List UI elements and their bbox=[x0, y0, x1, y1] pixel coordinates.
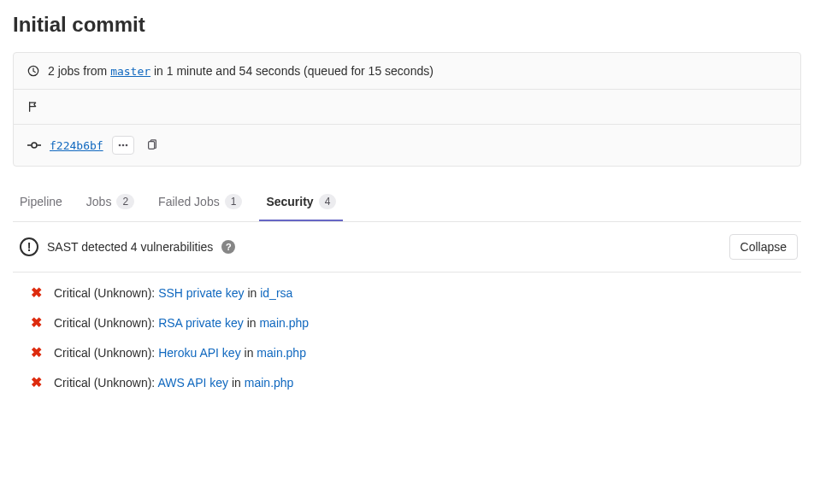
x-icon: ✖ bbox=[30, 314, 42, 331]
copy-icon bbox=[146, 139, 158, 151]
in-text: in bbox=[244, 316, 260, 330]
copy-sha-button[interactable] bbox=[143, 136, 162, 155]
in-text: in bbox=[245, 286, 261, 300]
tab-pipeline[interactable]: Pipeline bbox=[13, 184, 69, 221]
warning-icon: ! bbox=[20, 237, 38, 256]
vulnerability-severity: Critical (Unknown): bbox=[54, 346, 158, 360]
in-text: in bbox=[228, 376, 245, 390]
flag-icon[interactable] bbox=[27, 101, 39, 113]
vulnerability-list: ✖Critical (Unknown): SSH private key in … bbox=[13, 273, 801, 406]
security-report-header: ! SAST detected 4 vulnerabilities ? Coll… bbox=[13, 222, 801, 273]
svg-rect-7 bbox=[148, 142, 154, 149]
vulnerability-severity: Critical (Unknown): bbox=[54, 316, 158, 330]
tab-count-badge: 1 bbox=[225, 194, 243, 209]
tab-count-badge: 4 bbox=[319, 194, 337, 209]
pipeline-flag-row bbox=[14, 90, 800, 125]
clock-icon bbox=[27, 65, 39, 77]
pipeline-commit-row: f224b6bf bbox=[14, 125, 800, 166]
x-icon: ✖ bbox=[30, 374, 42, 390]
tab-label: Jobs bbox=[86, 195, 112, 208]
in-text: in bbox=[241, 346, 257, 360]
svg-point-1 bbox=[32, 143, 37, 148]
jobs-prefix: 2 jobs from bbox=[48, 64, 110, 78]
pipeline-timing-text: 2 jobs from master in 1 minute and 54 se… bbox=[48, 64, 434, 78]
branch-link[interactable]: master bbox=[110, 65, 150, 78]
vulnerability-item: ✖Critical (Unknown): AWS API key in main… bbox=[30, 367, 798, 397]
vulnerability-item: ✖Critical (Unknown): RSA private key in … bbox=[30, 308, 798, 337]
vulnerability-item: ✖Critical (Unknown): SSH private key in … bbox=[30, 278, 798, 308]
tabs-nav: Pipeline Jobs 2 Failed Jobs 1 Security 4 bbox=[13, 184, 801, 222]
commit-icon bbox=[27, 138, 41, 152]
x-icon: ✖ bbox=[30, 284, 42, 301]
vulnerability-name-link[interactable]: RSA private key bbox=[158, 316, 244, 330]
jobs-suffix: in 1 minute and 54 seconds (queued for 1… bbox=[150, 64, 434, 78]
tab-label: Security bbox=[266, 195, 313, 208]
tab-count-badge: 2 bbox=[116, 194, 134, 209]
commit-sha-link[interactable]: f224b6bf bbox=[50, 139, 103, 152]
svg-point-4 bbox=[118, 144, 121, 147]
vulnerability-severity: Critical (Unknown): bbox=[54, 286, 158, 300]
vulnerability-name-link[interactable]: AWS API key bbox=[157, 376, 228, 390]
svg-point-6 bbox=[125, 144, 127, 147]
x-icon: ✖ bbox=[30, 344, 42, 360]
vulnerability-name-link[interactable]: Heroku API key bbox=[158, 346, 241, 360]
tab-jobs[interactable]: Jobs 2 bbox=[80, 184, 141, 221]
vulnerability-severity: Critical (Unknown): bbox=[54, 376, 157, 390]
vulnerability-name-link[interactable]: SSH private key bbox=[158, 286, 244, 300]
page-title: Initial commit bbox=[13, 13, 801, 37]
svg-point-5 bbox=[121, 144, 124, 147]
collapse-button[interactable]: Collapse bbox=[729, 234, 798, 260]
ellipsis-icon bbox=[118, 144, 128, 147]
help-icon[interactable]: ? bbox=[221, 240, 235, 254]
tab-label: Failed Jobs bbox=[158, 195, 220, 208]
vulnerability-file-link[interactable]: id_rsa bbox=[260, 286, 292, 300]
tab-security[interactable]: Security 4 bbox=[259, 184, 343, 221]
pipeline-summary-box: 2 jobs from master in 1 minute and 54 se… bbox=[13, 52, 801, 167]
vulnerability-item: ✖Critical (Unknown): Heroku API key in m… bbox=[30, 337, 798, 367]
more-actions-button[interactable] bbox=[112, 136, 134, 155]
sast-heading: SAST detected 4 vulnerabilities bbox=[47, 240, 213, 254]
tab-label: Pipeline bbox=[20, 195, 62, 208]
vulnerability-text: Critical (Unknown): AWS API key in main.… bbox=[54, 376, 293, 390]
vulnerability-file-link[interactable]: main.php bbox=[259, 316, 309, 330]
vulnerability-text: Critical (Unknown): Heroku API key in ma… bbox=[54, 346, 306, 360]
vulnerability-file-link[interactable]: main.php bbox=[245, 376, 294, 390]
vulnerability-text: Critical (Unknown): SSH private key in i… bbox=[54, 286, 292, 300]
vulnerability-text: Critical (Unknown): RSA private key in m… bbox=[54, 316, 309, 330]
tab-failed-jobs[interactable]: Failed Jobs 1 bbox=[151, 184, 249, 221]
pipeline-timing-row: 2 jobs from master in 1 minute and 54 se… bbox=[14, 53, 800, 90]
vulnerability-file-link[interactable]: main.php bbox=[257, 346, 306, 360]
